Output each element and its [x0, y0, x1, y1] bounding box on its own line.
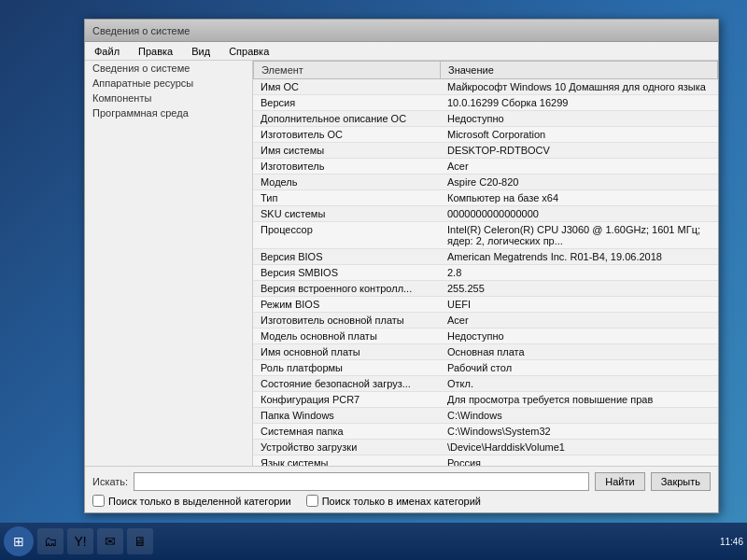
- taskbar-icon-1[interactable]: 🗂: [37, 528, 63, 554]
- sidebar-item-software[interactable]: Программная среда: [85, 105, 252, 120]
- menu-file[interactable]: Файл: [89, 44, 125, 59]
- table-cell-value: American Megatrends Inc. R01-B4, 19.06.2…: [440, 249, 718, 265]
- table-row: ИзготовительAcer: [253, 159, 718, 175]
- taskbar-icon-3[interactable]: ✉: [97, 528, 123, 554]
- table-cell-value: 0000000000000000: [440, 206, 718, 222]
- table-cell-value: Недоступно: [440, 329, 718, 344]
- menu-bar: Файл Правка Вид Справка: [85, 42, 718, 61]
- search-label: Искать:: [92, 476, 128, 487]
- table-cell-value: C:\Windows\System32: [440, 424, 718, 440]
- table-cell-element: Системная папка: [253, 424, 440, 440]
- checkbox-row: Поиск только в выделенной категории Поис…: [92, 495, 711, 507]
- sidebar-item-components[interactable]: Компоненты: [85, 91, 252, 105]
- table-cell-element: Версия SMBIOS: [253, 265, 440, 281]
- table-cell-value: Acer: [440, 313, 718, 329]
- table-row: Язык системыРоссия: [253, 455, 718, 467]
- table-cell-value: Россия: [440, 455, 718, 467]
- taskbar-time: 11:46: [720, 537, 743, 547]
- checkbox-category-input[interactable]: [92, 495, 105, 507]
- bottom-search-bar: Искать: Найти Закрыть Поиск только в выд…: [85, 466, 718, 512]
- table-cell-value: Рабочий стол: [440, 360, 718, 376]
- search-row: Искать: Найти Закрыть: [92, 472, 711, 491]
- menu-edit[interactable]: Правка: [133, 44, 178, 59]
- table-cell-element: Папка Windows: [253, 408, 440, 424]
- table-cell-element: Роль платформы: [253, 360, 440, 376]
- column-header-element: Элемент: [254, 62, 441, 79]
- table-cell-value: 2.8: [440, 265, 718, 281]
- checkbox-category-label: Поиск только в выделенной категории: [108, 496, 291, 507]
- table-cell-element: Состояние безопасной загруз...: [253, 376, 440, 392]
- table-cell-value: Для просмотра требуется повышение прав: [440, 392, 718, 408]
- taskbar-right: 11:46: [720, 537, 743, 547]
- table-row: Роль платформыРабочий стол: [253, 360, 718, 376]
- find-button[interactable]: Найти: [595, 472, 644, 491]
- title-bar: Сведения о системе: [85, 20, 718, 42]
- table-row: SKU системы0000000000000000: [253, 206, 718, 222]
- table-cell-element: Версия BIOS: [253, 249, 440, 265]
- table-row: Изготовитель ОСMicrosoft Corporation: [253, 127, 718, 143]
- table-row: ПроцессорIntel(R) Celeron(R) CPU J3060 @…: [253, 222, 718, 249]
- table-cell-value: DESKTOP-RDTBOCV: [440, 143, 718, 159]
- taskbar: ⊞ 🗂 Y! ✉ 🖥 11:46: [0, 523, 747, 560]
- system-info-window: Сведения о системе Файл Правка Вид Справ…: [84, 19, 719, 513]
- checkbox-names-label: Поиск только в именах категорий: [322, 496, 481, 507]
- column-header-value: Значение: [441, 62, 718, 79]
- table-row: Версия10.0.16299 Сборка 16299: [253, 95, 718, 111]
- menu-help[interactable]: Справка: [223, 44, 275, 59]
- window-title: Сведения о системе: [92, 25, 711, 36]
- table-row: Системная папкаC:\Windows\System32: [253, 424, 718, 440]
- table-row: Имя основной платыОсновная плата: [253, 344, 718, 360]
- table-cell-element: Дополнительное описание ОС: [253, 111, 440, 127]
- info-table: Элемент Значение: [253, 61, 718, 79]
- table-cell-element: Изготовитель основной платы: [253, 313, 440, 329]
- start-button[interactable]: ⊞: [4, 526, 34, 556]
- table-row: Изготовитель основной платыAcer: [253, 313, 718, 329]
- sidebar-item-hardware[interactable]: Аппаратные ресурсы: [85, 76, 252, 91]
- table-scroll-area[interactable]: Имя ОСМайкрософт Windows 10 Домашняя для…: [253, 79, 718, 466]
- table-row: Версия SMBIOS2.8: [253, 265, 718, 281]
- menu-view[interactable]: Вид: [186, 44, 216, 59]
- table-cell-element: Язык системы: [253, 455, 440, 467]
- table-row: ТипКомпьютер на базе x64: [253, 190, 718, 206]
- table-row: Состояние безопасной загруз...Откл.: [253, 376, 718, 392]
- table-cell-element: Процессор: [253, 222, 440, 249]
- taskbar-icon-2[interactable]: Y!: [67, 528, 93, 554]
- table-cell-element: Имя ОС: [253, 79, 440, 95]
- table-cell-value: Acer: [440, 159, 718, 175]
- table-cell-element: Устройство загрузки: [253, 440, 440, 455]
- table-cell-value: Недоступно: [440, 111, 718, 127]
- table-row: Имя системыDESKTOP-RDTBOCV: [253, 143, 718, 159]
- table-cell-element: Изготовитель: [253, 159, 440, 175]
- table-cell-element: Режим BIOS: [253, 297, 440, 313]
- table-cell-value: Майкрософт Windows 10 Домашняя для одног…: [440, 79, 718, 95]
- table-area: Элемент Значение Имя ОСМайкрософт Window…: [253, 61, 718, 466]
- content-area: Сведения о системе Аппаратные ресурсы Ко…: [85, 61, 718, 466]
- table-cell-value: Компьютер на базе x64: [440, 190, 718, 206]
- table-row: Дополнительное описание ОСНедоступно: [253, 111, 718, 127]
- table-cell-value: Microsoft Corporation: [440, 127, 718, 143]
- table-cell-value: C:\Windows: [440, 408, 718, 424]
- sidebar-item-system-info[interactable]: Сведения о системе: [85, 61, 252, 76]
- info-data-table: Имя ОСМайкрософт Windows 10 Домашняя для…: [253, 79, 718, 466]
- table-cell-element: Тип: [253, 190, 440, 206]
- sidebar: Сведения о системе Аппаратные ресурсы Ко…: [85, 61, 253, 466]
- table-cell-element: Версия встроенного контролл...: [253, 281, 440, 297]
- checkbox-names[interactable]: Поиск только в именах категорий: [306, 495, 481, 507]
- table-cell-element: Модель основной платы: [253, 329, 440, 344]
- checkbox-names-input[interactable]: [306, 495, 318, 507]
- taskbar-icon-4[interactable]: 🖥: [127, 528, 153, 554]
- table-cell-value: Intel(R) Celeron(R) CPU J3060 @ 1.60GHz;…: [440, 222, 718, 249]
- table-row: Модель основной платыНедоступно: [253, 329, 718, 344]
- table-cell-element: Конфигурация PCR7: [253, 392, 440, 408]
- table-cell-value: Откл.: [440, 376, 718, 392]
- checkbox-category[interactable]: Поиск только в выделенной категории: [92, 495, 291, 507]
- table-row: Версия встроенного контролл...255.255: [253, 281, 718, 297]
- table-row: Имя ОСМайкрософт Windows 10 Домашняя для…: [253, 79, 718, 95]
- table-cell-element: Имя основной платы: [253, 344, 440, 360]
- table-cell-element: Версия: [253, 95, 440, 111]
- table-cell-element: Изготовитель ОС: [253, 127, 440, 143]
- table-cell-value: UEFI: [440, 297, 718, 313]
- close-button[interactable]: Закрыть: [651, 472, 711, 491]
- table-row: МодельAspire C20-820: [253, 175, 718, 190]
- search-input[interactable]: [134, 472, 589, 491]
